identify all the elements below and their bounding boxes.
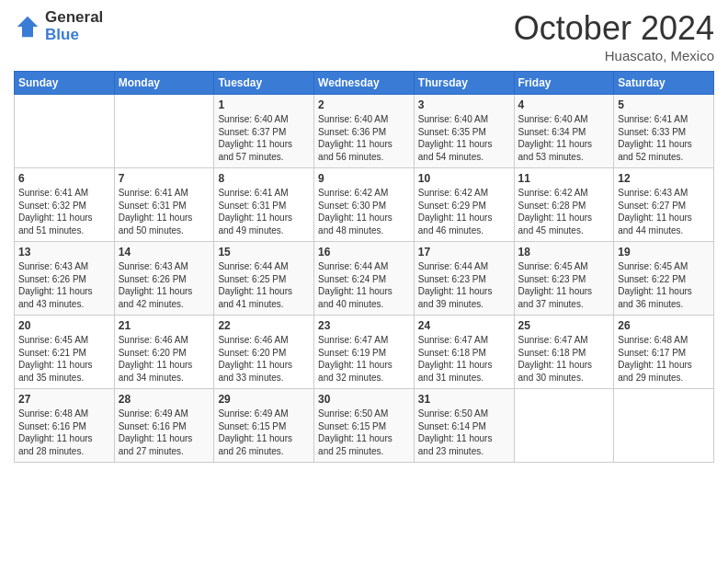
cell-info: Sunrise: 6:49 AM Sunset: 6:16 PM Dayligh… <box>119 408 210 457</box>
day-number: 31 <box>418 393 510 406</box>
day-number: 12 <box>618 172 710 185</box>
calendar-cell: 15Sunrise: 6:44 AM Sunset: 6:25 PM Dayli… <box>214 242 314 316</box>
calendar-cell: 21Sunrise: 6:46 AM Sunset: 6:20 PM Dayli… <box>114 316 214 389</box>
cell-info: Sunrise: 6:47 AM Sunset: 6:18 PM Dayligh… <box>518 334 610 384</box>
day-number: 24 <box>418 319 510 332</box>
day-number: 16 <box>318 246 410 259</box>
day-number: 4 <box>518 98 610 111</box>
cell-info: Sunrise: 6:48 AM Sunset: 6:17 PM Dayligh… <box>618 334 710 384</box>
logo-general: General <box>45 9 103 27</box>
day-number: 22 <box>218 319 310 332</box>
day-number: 7 <box>119 172 210 185</box>
col-header-monday: Monday <box>114 72 214 95</box>
cell-info: Sunrise: 6:42 AM Sunset: 6:29 PM Dayligh… <box>418 187 510 236</box>
calendar-cell <box>614 389 714 463</box>
day-number: 17 <box>418 246 510 259</box>
cell-info: Sunrise: 6:41 AM Sunset: 6:31 PM Dayligh… <box>119 187 210 236</box>
calendar-cell: 6Sunrise: 6:41 AM Sunset: 6:32 PM Daylig… <box>15 168 115 242</box>
calendar-cell: 23Sunrise: 6:47 AM Sunset: 6:19 PM Dayli… <box>314 316 415 389</box>
calendar-cell: 18Sunrise: 6:45 AM Sunset: 6:23 PM Dayli… <box>514 242 614 316</box>
calendar-table: SundayMondayTuesdayWednesdayThursdayFrid… <box>14 71 714 463</box>
logo-icon <box>14 13 41 40</box>
cell-info: Sunrise: 6:45 AM Sunset: 6:21 PM Dayligh… <box>18 334 110 384</box>
day-number: 27 <box>18 393 110 406</box>
calendar-cell: 4Sunrise: 6:40 AM Sunset: 6:34 PM Daylig… <box>514 95 614 168</box>
calendar-cell: 27Sunrise: 6:48 AM Sunset: 6:16 PM Dayli… <box>15 389 115 463</box>
day-number: 26 <box>618 319 710 332</box>
calendar-cell <box>114 95 214 168</box>
day-number: 13 <box>18 246 110 259</box>
cell-info: Sunrise: 6:40 AM Sunset: 6:35 PM Dayligh… <box>418 113 510 163</box>
day-number: 14 <box>119 246 210 259</box>
calendar-cell: 31Sunrise: 6:50 AM Sunset: 6:14 PM Dayli… <box>414 389 514 463</box>
calendar-cell: 26Sunrise: 6:48 AM Sunset: 6:17 PM Dayli… <box>614 316 714 389</box>
calendar-cell: 11Sunrise: 6:42 AM Sunset: 6:28 PM Dayli… <box>514 168 614 242</box>
cell-info: Sunrise: 6:40 AM Sunset: 6:36 PM Dayligh… <box>318 113 410 163</box>
month-title: October 2024 <box>514 9 714 48</box>
calendar-cell: 30Sunrise: 6:50 AM Sunset: 6:15 PM Dayli… <box>314 389 415 463</box>
day-number: 2 <box>318 98 410 111</box>
svg-marker-0 <box>17 16 39 37</box>
cell-info: Sunrise: 6:47 AM Sunset: 6:19 PM Dayligh… <box>318 334 410 384</box>
cell-info: Sunrise: 6:50 AM Sunset: 6:15 PM Dayligh… <box>318 408 410 457</box>
cell-info: Sunrise: 6:43 AM Sunset: 6:26 PM Dayligh… <box>18 260 110 310</box>
calendar-cell: 9Sunrise: 6:42 AM Sunset: 6:30 PM Daylig… <box>314 168 415 242</box>
calendar-cell: 12Sunrise: 6:43 AM Sunset: 6:27 PM Dayli… <box>614 168 714 242</box>
cell-info: Sunrise: 6:44 AM Sunset: 6:25 PM Dayligh… <box>218 260 310 310</box>
calendar-cell: 2Sunrise: 6:40 AM Sunset: 6:36 PM Daylig… <box>314 95 415 168</box>
day-number: 30 <box>318 393 410 406</box>
calendar-cell: 29Sunrise: 6:49 AM Sunset: 6:15 PM Dayli… <box>214 389 314 463</box>
cell-info: Sunrise: 6:41 AM Sunset: 6:31 PM Dayligh… <box>218 187 310 236</box>
cell-info: Sunrise: 6:40 AM Sunset: 6:37 PM Dayligh… <box>218 113 310 163</box>
col-header-saturday: Saturday <box>614 72 714 95</box>
day-number: 19 <box>618 246 710 259</box>
col-header-friday: Friday <box>514 72 614 95</box>
day-number: 25 <box>518 319 610 332</box>
calendar-cell: 14Sunrise: 6:43 AM Sunset: 6:26 PM Dayli… <box>114 242 214 316</box>
cell-info: Sunrise: 6:49 AM Sunset: 6:15 PM Dayligh… <box>218 408 310 457</box>
header-row: SundayMondayTuesdayWednesdayThursdayFrid… <box>15 72 714 95</box>
calendar-cell: 28Sunrise: 6:49 AM Sunset: 6:16 PM Dayli… <box>114 389 214 463</box>
day-number: 8 <box>218 172 310 185</box>
logo-text: General Blue <box>45 9 103 43</box>
day-number: 6 <box>18 172 110 185</box>
col-header-sunday: Sunday <box>15 72 115 95</box>
location: Huascato, Mexico <box>514 48 714 63</box>
calendar-cell: 19Sunrise: 6:45 AM Sunset: 6:22 PM Dayli… <box>614 242 714 316</box>
calendar-cell: 10Sunrise: 6:42 AM Sunset: 6:29 PM Dayli… <box>414 168 514 242</box>
calendar-cell: 8Sunrise: 6:41 AM Sunset: 6:31 PM Daylig… <box>214 168 314 242</box>
day-number: 29 <box>218 393 310 406</box>
col-header-wednesday: Wednesday <box>314 72 415 95</box>
day-number: 20 <box>18 319 110 332</box>
title-area: October 2024 Huascato, Mexico <box>514 9 714 63</box>
calendar-cell: 13Sunrise: 6:43 AM Sunset: 6:26 PM Dayli… <box>15 242 115 316</box>
week-row-1: 1Sunrise: 6:40 AM Sunset: 6:37 PM Daylig… <box>15 95 714 168</box>
day-number: 21 <box>119 319 210 332</box>
col-header-tuesday: Tuesday <box>214 72 314 95</box>
cell-info: Sunrise: 6:42 AM Sunset: 6:30 PM Dayligh… <box>318 187 410 236</box>
logo-blue: Blue <box>45 27 103 44</box>
calendar-cell: 20Sunrise: 6:45 AM Sunset: 6:21 PM Dayli… <box>15 316 115 389</box>
cell-info: Sunrise: 6:40 AM Sunset: 6:34 PM Dayligh… <box>518 113 610 163</box>
day-number: 5 <box>618 98 710 111</box>
col-header-thursday: Thursday <box>414 72 514 95</box>
day-number: 1 <box>218 98 310 111</box>
cell-info: Sunrise: 6:46 AM Sunset: 6:20 PM Dayligh… <box>218 334 310 384</box>
week-row-2: 6Sunrise: 6:41 AM Sunset: 6:32 PM Daylig… <box>15 168 714 242</box>
calendar-cell <box>514 389 614 463</box>
day-number: 15 <box>218 246 310 259</box>
calendar-cell <box>15 95 115 168</box>
logo: General Blue <box>14 9 103 43</box>
cell-info: Sunrise: 6:46 AM Sunset: 6:20 PM Dayligh… <box>119 334 210 384</box>
calendar-cell: 22Sunrise: 6:46 AM Sunset: 6:20 PM Dayli… <box>214 316 314 389</box>
cell-info: Sunrise: 6:43 AM Sunset: 6:26 PM Dayligh… <box>119 260 210 310</box>
day-number: 9 <box>318 172 410 185</box>
page-header: General Blue October 2024 Huascato, Mexi… <box>14 9 714 63</box>
calendar-cell: 17Sunrise: 6:44 AM Sunset: 6:23 PM Dayli… <box>414 242 514 316</box>
cell-info: Sunrise: 6:41 AM Sunset: 6:32 PM Dayligh… <box>18 187 110 236</box>
day-number: 11 <box>518 172 610 185</box>
cell-info: Sunrise: 6:50 AM Sunset: 6:14 PM Dayligh… <box>418 408 510 457</box>
day-number: 23 <box>318 319 410 332</box>
calendar-cell: 25Sunrise: 6:47 AM Sunset: 6:18 PM Dayli… <box>514 316 614 389</box>
calendar-cell: 16Sunrise: 6:44 AM Sunset: 6:24 PM Dayli… <box>314 242 415 316</box>
